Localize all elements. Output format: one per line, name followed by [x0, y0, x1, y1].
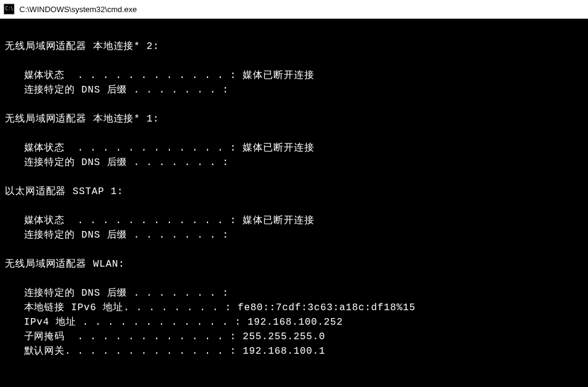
window-title: C:\WINDOWS\system32\cmd.exe: [19, 5, 137, 14]
cmd-icon: C:\: [4, 4, 15, 15]
terminal-output[interactable]: 无线局域网适配器 本地连接* 2: 媒体状态 . . . . . . . . .…: [0, 19, 588, 387]
cmd-window: C:\ C:\WINDOWS\system32\cmd.exe 无线局域网适配器…: [0, 0, 588, 387]
titlebar[interactable]: C:\ C:\WINDOWS\system32\cmd.exe: [0, 0, 588, 19]
